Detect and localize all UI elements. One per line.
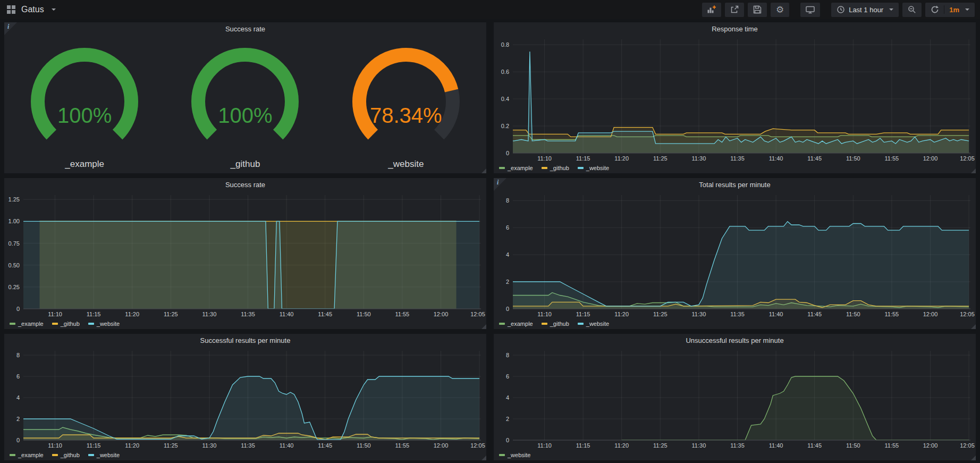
legend-item[interactable]: _website xyxy=(88,452,120,458)
legend-label: _github xyxy=(550,321,569,327)
panel-info-corner[interactable]: i xyxy=(4,22,17,35)
x-axis-tick-label: 11:45 xyxy=(318,442,332,449)
time-range-picker[interactable]: Last 1 hour xyxy=(831,3,899,17)
gauge-arc xyxy=(5,42,164,155)
refresh-picker[interactable]: 1m xyxy=(925,3,975,17)
legend-label: _website xyxy=(586,321,609,327)
panel-resize-handle[interactable] xyxy=(481,324,486,329)
x-axis-tick-label: 11:40 xyxy=(280,311,294,317)
save-dashboard-button[interactable] xyxy=(748,3,767,17)
total-results-chart[interactable]: 11:1011:1511:2011:2511:3011:3511:4011:45… xyxy=(494,191,976,318)
legend-item[interactable]: _github xyxy=(542,165,569,171)
panel-resize-handle[interactable] xyxy=(481,456,486,460)
successful-results-chart[interactable]: 11:1011:1511:2011:2511:3011:3511:4011:45… xyxy=(4,347,486,450)
x-axis-tick-label: 11:40 xyxy=(769,311,783,317)
x-axis-tick-label: 11:25 xyxy=(653,311,668,317)
y-axis-tick-label: 1.00 xyxy=(9,218,20,224)
refresh-interval-label: 1m xyxy=(949,6,959,14)
unsuccessful-results-chart[interactable]: 11:1011:1511:2011:2511:3011:3511:4011:45… xyxy=(494,347,976,450)
legend-item[interactable]: _website xyxy=(88,321,120,327)
panel-resize-handle[interactable] xyxy=(971,456,976,460)
tv-mode-button[interactable] xyxy=(800,3,820,17)
legend-item[interactable]: _website xyxy=(578,321,609,327)
x-axis-tick-label: 11:20 xyxy=(614,155,629,162)
panel-info-corner[interactable]: i xyxy=(494,178,506,191)
y-axis-tick-label: 4 xyxy=(506,251,509,258)
x-axis-tick-label: 12:05 xyxy=(960,442,975,449)
legend-swatch xyxy=(10,323,15,325)
dashboards-grid-icon[interactable] xyxy=(6,5,16,14)
legend-item[interactable]: _website xyxy=(499,452,530,458)
x-axis-tick-label: 11:30 xyxy=(692,442,706,449)
clock-icon xyxy=(837,5,845,14)
chart-legend: _example_github_website xyxy=(494,318,976,329)
x-axis-tick-label: 11:35 xyxy=(241,311,255,317)
y-axis-tick-label: 6 xyxy=(16,373,20,380)
x-axis-tick-label: 11:15 xyxy=(576,155,590,162)
panel-resize-handle[interactable] xyxy=(971,324,976,329)
y-axis-tick-label: 4 xyxy=(16,394,20,401)
x-axis-tick-label: 11:25 xyxy=(653,442,668,449)
legend-item[interactable]: _example xyxy=(499,321,533,327)
legend-item[interactable]: _github xyxy=(542,321,569,327)
x-axis-tick-label: 11:40 xyxy=(769,442,783,449)
navbar-left: Gatus xyxy=(6,5,56,14)
x-axis-tick-label: 11:10 xyxy=(537,155,552,162)
x-axis-tick-label: 11:45 xyxy=(318,311,332,317)
panel-resize-handle[interactable] xyxy=(971,169,976,173)
x-axis-tick-label: 11:45 xyxy=(807,442,822,449)
y-axis-tick-label: 2 xyxy=(506,279,509,285)
x-axis-tick-label: 11:50 xyxy=(357,442,371,449)
chart-legend: _example_github_website xyxy=(4,318,486,329)
panel-title[interactable]: Success rate xyxy=(4,22,486,36)
y-axis-tick-label: 0 xyxy=(16,437,20,443)
panel-response-time: Response time 11:1011:1511:2011:2511:301… xyxy=(494,22,976,173)
dashboard-settings-button[interactable]: ⚙ xyxy=(771,3,789,17)
share-dashboard-button[interactable] xyxy=(725,3,744,17)
series-fill-_website xyxy=(622,376,969,440)
panel-title[interactable]: Successful results per minute xyxy=(4,334,486,347)
x-axis-tick-label: 11:15 xyxy=(576,311,590,317)
legend-item[interactable]: _website xyxy=(578,165,609,171)
y-axis-tick-label: 0.6 xyxy=(501,69,509,75)
y-axis-tick-label: 2 xyxy=(16,416,20,422)
legend-swatch xyxy=(88,323,94,325)
response-time-chart[interactable]: 11:1011:1511:2011:2511:3011:3511:4011:45… xyxy=(494,36,976,163)
success-rate-chart[interactable]: 11:1011:1511:2011:2511:3011:3511:4011:45… xyxy=(4,191,486,318)
chart-legend: _example_github_website xyxy=(4,450,486,460)
legend-item[interactable]: _example xyxy=(10,321,44,327)
x-axis-tick-label: 11:20 xyxy=(125,442,139,449)
legend-item[interactable]: _example xyxy=(499,165,533,171)
x-axis-tick-label: 11:45 xyxy=(807,311,822,317)
gauges-row: 100% _example 100% _github 78.34% _websi… xyxy=(4,36,486,173)
y-axis-tick-label: 0.8 xyxy=(501,41,509,48)
legend-swatch xyxy=(499,167,505,169)
x-axis-tick-label: 11:15 xyxy=(87,442,101,449)
panel-title[interactable]: Unsuccessful results per minute xyxy=(494,334,976,347)
x-axis-tick-label: 12:05 xyxy=(470,442,485,449)
x-axis-tick-label: 11:30 xyxy=(202,442,217,449)
legend-label: _github xyxy=(61,452,80,458)
x-axis-tick-label: 11:50 xyxy=(846,311,860,317)
x-axis-tick-label: 11:20 xyxy=(125,311,139,317)
add-panel-button[interactable] xyxy=(702,3,721,17)
panel-title[interactable]: Total results per minute xyxy=(494,178,976,191)
legend-label: _website xyxy=(508,452,530,458)
chevron-down-icon xyxy=(52,9,56,11)
legend-item[interactable]: _github xyxy=(52,321,80,327)
legend-item[interactable]: _example xyxy=(10,452,44,458)
x-axis-tick-label: 12:00 xyxy=(923,442,938,449)
legend-item[interactable]: _github xyxy=(52,452,80,458)
y-axis-tick-label: 0.75 xyxy=(9,240,20,247)
zoom-out-button[interactable] xyxy=(902,3,922,17)
legend-swatch xyxy=(10,454,15,456)
y-axis-tick-label: 0.50 xyxy=(9,262,20,268)
dashboard-title[interactable]: Gatus xyxy=(21,5,44,14)
monitor-icon xyxy=(806,5,815,14)
panel-resize-handle[interactable] xyxy=(481,169,486,173)
panel-title[interactable]: Response time xyxy=(494,22,976,36)
legend-label: _website xyxy=(586,165,609,171)
panel-title[interactable]: Success rate xyxy=(4,178,486,191)
y-axis-tick-label: 8 xyxy=(506,352,509,358)
gauge-example: 100% _example xyxy=(5,42,164,170)
